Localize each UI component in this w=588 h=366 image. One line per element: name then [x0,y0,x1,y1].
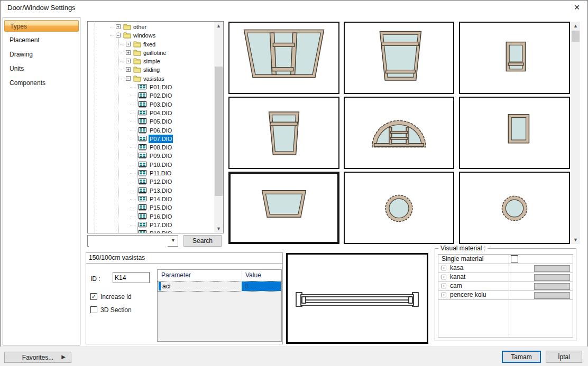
expand-icon[interactable]: + [442,284,446,288]
expand-icon[interactable]: + [126,50,131,55]
tree-item-p11-dio[interactable]: P11.DIO [88,169,214,177]
collapse-icon[interactable]: − [116,33,121,37]
tree-scrollbar[interactable]: ▲ ▼ [214,22,223,233]
3d-section-checkbox[interactable] [90,306,97,313]
scroll-down-icon[interactable]: ▼ [571,236,580,244]
tree-item-p07-dio[interactable]: P07.DIO [88,135,214,143]
material-label: kanat [450,273,465,280]
parameter-table-header: Parameter Value [158,270,281,281]
tree-item-label: vasistas [142,74,166,83]
tree-item-label: guillotine [142,49,167,57]
search-button[interactable]: Search [183,235,222,247]
tree-item-p06-dio[interactable]: P06.DIO [88,126,214,135]
tree-item-p14-dio[interactable]: P14.DIO [88,195,214,203]
material-swatch-button[interactable] [534,283,570,290]
tree-item-guillotine[interactable]: +guillotine [88,49,214,57]
tree-connector [111,35,115,36]
tree-item-sliding[interactable]: +sliding [88,65,214,74]
tree-connector [131,191,135,191]
sidebar-item-drawing[interactable]: Drawing [4,49,79,60]
window-type-thumbnail-small-rect[interactable] [459,97,570,169]
sidebar-item-types[interactable]: Types [4,20,79,32]
tree-item-p04-dio[interactable]: P04.DIO [88,109,214,117]
single-material-checkbox[interactable] [511,255,518,262]
tree-item-windows[interactable]: −windows [88,31,214,40]
sidebar-item-units[interactable]: Units [4,63,79,74]
search-combo-input[interactable] [89,236,168,247]
tree-item-p16-dio[interactable]: P16.DIO [88,212,214,221]
expand-icon[interactable]: + [126,42,131,46]
tree-item-p18-dio[interactable]: P18.DIO [88,229,214,233]
close-icon[interactable]: ✕ [572,3,582,12]
tree-item-label: P06.DIO [149,126,173,135]
tree-item-p02-dio[interactable]: P02.DIO [88,91,214,100]
tree-item-vasistas[interactable]: −vasistas [88,74,214,83]
tree-item-p08-dio[interactable]: P08.DIO [88,143,214,152]
material-swatch-button[interactable] [534,265,570,272]
window-type-thumbnail-small-rect-bottom-bar[interactable] [459,22,570,94]
sidebar-item-components[interactable]: Components [4,77,79,89]
tree-item-simple[interactable]: +simple [88,57,214,65]
scroll-up-icon[interactable]: ▲ [571,22,580,30]
tree-connector [131,156,135,156]
thumbnail-scrollbar-thumb[interactable] [572,31,580,42]
tree-connector [121,70,125,70]
scroll-down-icon[interactable]: ▼ [214,224,223,233]
tree-connector [131,208,135,208]
chevron-down-icon[interactable]: ▼ [171,238,176,243]
window-type-thumbnail-narrow-trapezoid-3pane[interactable] [344,22,454,94]
ok-button[interactable]: Tamam [502,351,541,363]
tree-item-label: windows [132,31,157,40]
expand-icon[interactable]: + [116,24,121,29]
tree-item-p03-dio[interactable]: P03.DIO [88,100,214,109]
search-combobox[interactable]: ▼ [87,235,178,247]
tree-item-label: P04.DIO [149,109,173,117]
increase-id-checkbox[interactable]: ✓ [90,293,97,300]
expand-icon[interactable]: + [442,275,446,279]
expand-icon[interactable]: + [442,293,446,297]
tree-item-p17-dio[interactable]: P17.DIO [88,221,214,229]
window-type-thumbnail-half-circle-arch[interactable] [344,97,454,169]
type-name-label: 150/100cm vasistas [86,253,282,264]
tree-item-label: P08.DIO [149,143,173,152]
type-tree: +other−windows+fixed+guillotine+simple+s… [88,22,214,233]
window-type-thumbnail-circle-small[interactable] [459,172,570,244]
material-swatch-button[interactable] [534,274,570,281]
material-swatch-button[interactable] [534,292,570,299]
window-type-thumbnail-vertical-trapezoid-2pane[interactable] [228,97,339,169]
parameter-row-aci[interactable]: aci0 [158,281,281,292]
tree-connector [131,199,135,200]
parameter-value-cell[interactable]: 0 [242,281,281,291]
window-type-thumbnail-wide-3pane-trapezoid[interactable] [228,22,339,94]
door-window-settings-dialog: Door/Window Settings ✕ TypesPlacementDra… [0,0,588,366]
expand-icon[interactable]: + [126,67,131,72]
thumbnail-scrollbar[interactable]: ▲ ▼ [571,22,580,244]
window-type-thumbnail-flat-trapezoid[interactable] [228,172,339,244]
tree-item-fixed[interactable]: +fixed [88,40,214,49]
expand-icon[interactable]: + [442,266,446,270]
expand-icon[interactable]: + [126,59,131,63]
settings-sidebar: TypesPlacementDrawingUnitsComponents [3,17,80,345]
window-type-thumbnail-circle-large[interactable] [344,172,454,244]
tree-item-p09-dio[interactable]: P09.DIO [88,152,214,160]
scroll-up-icon[interactable]: ▲ [214,22,223,30]
tree-scrollbar-thumb[interactable] [215,67,223,196]
window-file-icon [139,230,146,233]
id-field[interactable] [113,272,150,283]
narrow-trapezoid-3pane-drawing [345,23,453,93]
tree-item-p01-dio[interactable]: P01.DIO [88,83,214,91]
tree-item-label: P18.DIO [149,229,173,233]
half-circle-arch-drawing [345,98,453,168]
tree-item-p12-dio[interactable]: P12.DIO [88,177,214,186]
favorites-button[interactable]: Favorites... ▶ [4,352,71,363]
sidebar-item-placement[interactable]: Placement [4,34,79,46]
tree-item-p15-dio[interactable]: P15.DIO [88,203,214,212]
tree-connector [131,113,135,114]
tree-item-p05-dio[interactable]: P05.DIO [88,117,214,126]
tree-item-other[interactable]: +other [88,23,214,31]
tree-item-p13-dio[interactable]: P13.DIO [88,186,214,195]
collapse-icon[interactable]: − [126,76,131,81]
tree-item-p10-dio[interactable]: P10.DIO [88,161,214,169]
cancel-button[interactable]: İptal [546,351,582,363]
single-material-label: Single material [442,255,483,262]
